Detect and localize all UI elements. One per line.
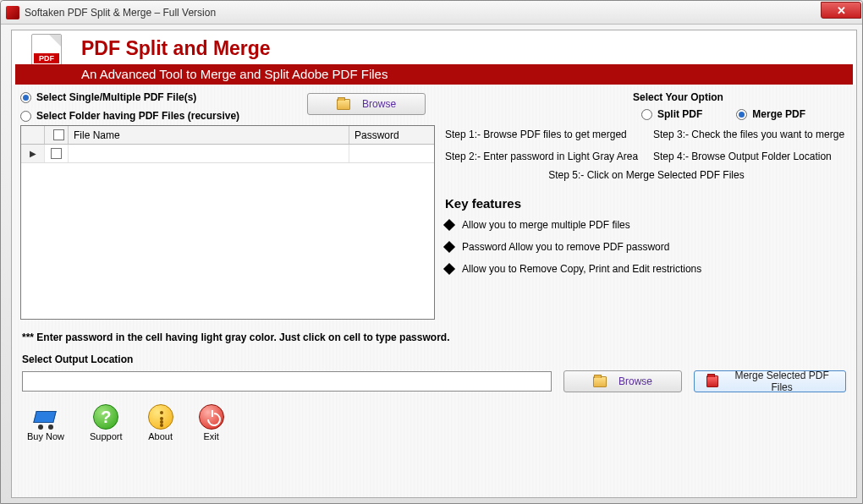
- banner-subtitle: An Advanced Tool to Merge and Split Adob…: [15, 64, 853, 85]
- window-body: PDF CHAMP PDF Split and Merge An Advance…: [11, 30, 857, 498]
- feature-text: Allow you to merge multiple PDF files: [462, 219, 630, 231]
- header-banner: PDF CHAMP PDF Split and Merge An Advance…: [15, 34, 853, 85]
- radio-icon: [20, 111, 31, 122]
- checkbox-icon: [53, 129, 64, 140]
- window-title: Softaken PDF Split & Merge – Full Versio…: [25, 7, 216, 19]
- step-text: Step 3:- Check the files you want to mer…: [653, 129, 848, 140]
- close-button[interactable]: ✕: [821, 2, 861, 19]
- row-password-cell[interactable]: [349, 145, 434, 162]
- buy-now-button[interactable]: Buy Now: [27, 406, 64, 441]
- steps-grid: Step 1:- Browse PDF files to get merged …: [445, 129, 848, 162]
- feature-text: Password Allow you to remove PDF passwor…: [462, 241, 669, 253]
- info-icon: [148, 404, 173, 430]
- support-icon: ?: [93, 404, 118, 430]
- exit-button[interactable]: Exit: [199, 404, 224, 441]
- top-controls: Select Single/Multiple PDF File(s) Selec…: [12, 85, 856, 125]
- step-text: Step 2:- Enter password in Light Gray Ar…: [445, 151, 640, 162]
- folder-icon: [593, 376, 607, 387]
- diamond-icon: [443, 219, 455, 231]
- bottom-toolbar: Buy Now ? Support About Exit: [12, 399, 856, 443]
- feature-item: Allow you to Remove Copy, Print and Edit…: [445, 263, 848, 275]
- grid-header-password[interactable]: Password: [349, 126, 434, 144]
- diamond-icon: [443, 263, 455, 275]
- browse-source-button[interactable]: Browse: [307, 93, 426, 115]
- browse-output-button[interactable]: Browse: [563, 370, 682, 392]
- close-icon: ✕: [837, 4, 846, 17]
- step-text: Step 5:- Click on Merge Selected PDF Fil…: [445, 169, 848, 181]
- row-indicator-icon: ▶: [30, 149, 36, 158]
- feature-item: Password Allow you to remove PDF passwor…: [445, 241, 848, 253]
- folder-icon: [337, 99, 350, 110]
- grid-header-selector: [21, 126, 45, 144]
- diamond-icon: [443, 241, 455, 253]
- row-checkbox-cell[interactable]: [45, 145, 69, 162]
- grid-header-checkbox[interactable]: [45, 126, 69, 144]
- radio-label: Split PDF: [657, 108, 702, 120]
- cart-icon: [31, 406, 60, 430]
- file-grid[interactable]: File Name Password ▶: [20, 125, 435, 320]
- app-window: Softaken PDF Split & Merge – Full Versio…: [0, 0, 863, 504]
- button-label: Support: [90, 431, 123, 441]
- radio-label: Select Folder having PDF Files (recursiv…: [36, 110, 239, 122]
- step-text: Step 4:- Browse Output Folder Location: [653, 151, 848, 162]
- row-filename-cell[interactable]: [69, 145, 349, 162]
- grid-header: File Name Password: [21, 126, 434, 145]
- button-label: Buy Now: [27, 431, 64, 441]
- button-label: Exit: [203, 431, 218, 441]
- mid-area: File Name Password ▶: [12, 125, 856, 320]
- key-features-title: Key features: [445, 196, 848, 211]
- output-section: Select Output Location Browse Merge Sele…: [12, 347, 856, 399]
- radio-icon: [736, 109, 747, 120]
- radio-split-pdf[interactable]: Split PDF: [641, 108, 702, 120]
- content-area: Select Single/Multiple PDF File(s) Selec…: [12, 85, 856, 497]
- support-button[interactable]: ? Support: [90, 404, 123, 441]
- banner-title: PDF Split and Merge: [81, 37, 271, 60]
- source-radio-group: Select Single/Multiple PDF File(s) Selec…: [20, 91, 239, 122]
- row-indicator-cell: ▶: [21, 145, 45, 162]
- checkbox-icon: [51, 148, 62, 159]
- step-text: Step 1:- Browse PDF files to get merged: [445, 129, 640, 140]
- info-panel: Step 1:- Browse PDF files to get merged …: [445, 125, 848, 320]
- app-icon: [6, 6, 19, 19]
- grid-row[interactable]: ▶: [21, 145, 434, 163]
- logo-pdf-text: PDF: [34, 53, 59, 63]
- radio-label: Select Single/Multiple PDF File(s): [36, 91, 196, 103]
- option-box: Select Your Option Split PDF Merge PDF: [633, 91, 836, 120]
- radio-icon: [20, 92, 31, 103]
- merge-folder-icon: [706, 375, 718, 387]
- output-path-input[interactable]: [22, 371, 552, 392]
- button-label: Browse: [362, 98, 396, 110]
- button-label: Browse: [618, 375, 652, 387]
- button-label: Merge Selected PDF Files: [730, 370, 833, 393]
- grid-header-filename[interactable]: File Name: [69, 126, 349, 144]
- output-label: Select Output Location: [22, 353, 846, 365]
- radio-label: Merge PDF: [752, 108, 805, 120]
- button-label: About: [148, 431, 173, 441]
- radio-merge-pdf[interactable]: Merge PDF: [736, 108, 805, 120]
- feature-text: Allow you to Remove Copy, Print and Edit…: [462, 263, 701, 275]
- radio-select-files[interactable]: Select Single/Multiple PDF File(s): [20, 91, 239, 103]
- option-box-title: Select Your Option: [633, 91, 836, 103]
- about-button[interactable]: About: [148, 404, 173, 441]
- feature-item: Allow you to merge multiple PDF files: [445, 219, 848, 231]
- radio-icon: [641, 109, 652, 120]
- power-icon: [199, 404, 224, 430]
- pdf-file-icon: PDF: [31, 34, 62, 68]
- radio-select-folder[interactable]: Select Folder having PDF Files (recursiv…: [20, 110, 239, 122]
- titlebar[interactable]: Softaken PDF Split & Merge – Full Versio…: [1, 1, 862, 25]
- merge-selected-button[interactable]: Merge Selected PDF Files: [694, 370, 846, 392]
- password-hint: *** Enter password in the cell having li…: [12, 320, 856, 347]
